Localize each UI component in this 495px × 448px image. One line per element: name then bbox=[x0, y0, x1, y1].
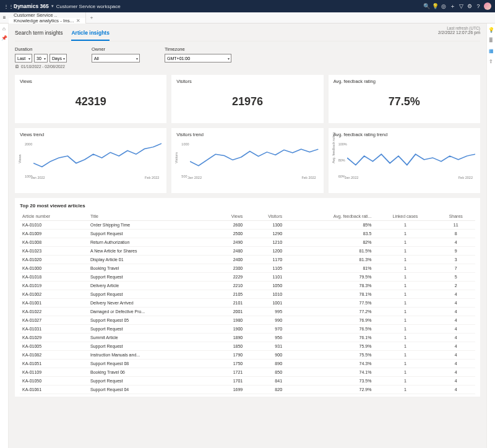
column-header[interactable]: Views bbox=[211, 212, 245, 221]
table-cell: KA-01023 bbox=[20, 247, 88, 256]
table-row[interactable]: KA-01002Support Request2105101078.1%14 bbox=[20, 290, 475, 299]
table-cell: 77.2% bbox=[285, 308, 374, 316]
avatar[interactable] bbox=[484, 2, 491, 10]
settings-icon[interactable]: ⚙ bbox=[465, 3, 474, 9]
table-cell: 1 bbox=[374, 377, 436, 386]
idea-icon[interactable]: 💡 bbox=[488, 27, 494, 33]
table-cell: KA-01018 bbox=[20, 273, 88, 282]
table-row[interactable]: KA-01000Booking Travel2300110581%17 bbox=[20, 264, 475, 273]
table-cell: KA-01109 bbox=[20, 368, 88, 377]
help-icon[interactable]: ? bbox=[474, 3, 483, 9]
chart-yticks: 100%80%60% bbox=[338, 142, 347, 178]
table-cell: 2210 bbox=[211, 282, 245, 290]
chart-ylabel: Views bbox=[18, 154, 22, 163]
calendar-icon: 🗓 bbox=[15, 64, 19, 69]
visitors-trend-chart: Visitors1000500Jan 2022Feb 2022 bbox=[176, 140, 318, 187]
timezone-select[interactable]: GMT+01:00 bbox=[165, 54, 231, 62]
table-row[interactable]: KA-01020Display Article 012400117081.3%1… bbox=[20, 256, 475, 264]
close-icon[interactable]: ✕ bbox=[76, 18, 80, 24]
table-row[interactable]: KA-01008Return Authorization2490121082%1… bbox=[20, 238, 475, 247]
column-header[interactable]: Linked cases bbox=[374, 212, 436, 221]
date-range-text: 01/10/2022 - 02/08/2022 bbox=[21, 64, 65, 69]
table-cell: 1790 bbox=[211, 351, 245, 360]
table-row[interactable]: KA-01050Support Request170184173.5%14 bbox=[20, 377, 475, 386]
table-row[interactable]: KA-01022Damaged or Defective Pro...20019… bbox=[20, 308, 475, 316]
share-icon[interactable]: ⇪ bbox=[489, 59, 493, 64]
list-icon[interactable]: ≣ bbox=[489, 38, 493, 43]
new-tab-button[interactable]: ＋ bbox=[86, 12, 97, 23]
table-cell: 72.9% bbox=[285, 386, 374, 394]
table-row[interactable]: KA-01019Delivery Article2210105078.3%12 bbox=[20, 282, 475, 290]
table-cell: Support Request 05 bbox=[88, 316, 211, 325]
table-cell: KA-01000 bbox=[20, 264, 88, 273]
pin-icon[interactable]: 📌 bbox=[1, 35, 7, 41]
chevron-down-icon[interactable]: ▾ bbox=[51, 4, 54, 9]
add-icon[interactable]: ＋ bbox=[448, 2, 457, 11]
column-header[interactable]: Shares bbox=[437, 212, 476, 221]
chart-ylabel: Avg. feedback rating bbox=[332, 132, 335, 163]
session-tab-1[interactable]: Knowledge analytics - Ins...✕ bbox=[9, 18, 86, 24]
duration-value-select[interactable]: 30 bbox=[34, 54, 48, 62]
table-cell: 74.1% bbox=[285, 368, 374, 377]
search-icon[interactable]: 🔍 bbox=[422, 3, 431, 9]
table-cell: KA-01010 bbox=[20, 221, 88, 230]
table-cell: 956 bbox=[245, 334, 285, 342]
hamburger-icon[interactable]: ≡ bbox=[0, 12, 9, 23]
filter-icon[interactable]: ▽ bbox=[457, 3, 465, 9]
table-row[interactable]: KA-01051Support Request 08175089074.3%14 bbox=[20, 360, 475, 368]
table-row[interactable]: KA-01109Booking Travel 06172185074.1%14 bbox=[20, 368, 475, 377]
table-cell: 77.5% bbox=[285, 299, 374, 308]
session-tab-0[interactable]: Customer Service .. bbox=[9, 12, 86, 18]
tab-article-insights[interactable]: Article insights bbox=[71, 27, 109, 41]
table-cell: 2400 bbox=[211, 256, 245, 264]
home-icon[interactable]: ⌂ bbox=[2, 26, 6, 32]
table-row[interactable]: KA-01031Support Request190097076.5%14 bbox=[20, 325, 475, 334]
owner-select[interactable]: All bbox=[92, 54, 140, 62]
table-cell: 1 bbox=[374, 360, 436, 368]
table-cell: 890 bbox=[245, 360, 285, 368]
views-trend-card: Views trend Views20001000Jan 2022Feb 202… bbox=[15, 128, 166, 193]
bulb-icon[interactable]: 💡 bbox=[431, 3, 439, 9]
grid-icon[interactable]: ▦ bbox=[489, 48, 494, 54]
column-header[interactable]: Avg. feedback rati... bbox=[285, 212, 374, 221]
target-icon[interactable]: ◎ bbox=[439, 3, 448, 9]
timezone-label: Timezone bbox=[165, 46, 231, 52]
duration-unit-select[interactable]: Days bbox=[50, 54, 67, 62]
table-cell: 1890 bbox=[211, 334, 245, 342]
table-row[interactable]: KA-01029Summit Article189095676.1%14 bbox=[20, 334, 475, 342]
table-cell: Delivery Article bbox=[88, 282, 211, 290]
table-cell: 1 bbox=[374, 342, 436, 351]
table-cell: 4 bbox=[437, 351, 476, 360]
table-cell: 1 bbox=[374, 256, 436, 264]
column-header[interactable]: Article number bbox=[20, 212, 88, 221]
table-cell: 83.5 bbox=[285, 230, 374, 238]
tab-search-term-insights[interactable]: Search term insights bbox=[15, 27, 62, 41]
table-row[interactable]: KA-01010Order Shipping Time2600130085%11… bbox=[20, 221, 475, 230]
table-cell: Summit Article bbox=[88, 334, 211, 342]
table-row[interactable]: KA-01005Support Request185093175.9%14 bbox=[20, 342, 475, 351]
duration-mode-select[interactable]: Last bbox=[15, 54, 32, 62]
column-header[interactable]: Title bbox=[88, 212, 211, 221]
table-cell: 1 bbox=[374, 273, 436, 282]
table-cell: 1170 bbox=[245, 256, 285, 264]
column-header[interactable]: Visitors bbox=[245, 212, 285, 221]
table-row[interactable]: KA-01061Support Request 04169982072.9%14 bbox=[20, 386, 475, 394]
table-row[interactable]: KA-01018Support Request2229110179.5%15 bbox=[20, 273, 475, 282]
main-content: Last refresh (UTC) 2/2/2022 12:07:26 pm … bbox=[9, 24, 486, 448]
kpi-views-card: Views 42319 bbox=[15, 75, 166, 123]
table-cell: Support Request bbox=[88, 377, 211, 386]
table-cell: 1 bbox=[374, 334, 436, 342]
table-row[interactable]: KA-01027Support Request 05198099076.9%14 bbox=[20, 316, 475, 325]
table-cell: 2490 bbox=[211, 238, 245, 247]
table-row[interactable]: KA-01009Support Request2500129083.518 bbox=[20, 230, 475, 238]
table-cell: 2480 bbox=[211, 247, 245, 256]
table-row[interactable]: KA-01023A New Article for Shares24801200… bbox=[20, 247, 475, 256]
table-row[interactable]: KA-01001Delivery Never Arrived2101100177… bbox=[20, 299, 475, 308]
app-launcher-icon[interactable]: ⋮⋮⋮ bbox=[4, 4, 10, 9]
table-row[interactable]: KA-01082Instruction Manuals and...179090… bbox=[20, 351, 475, 360]
table-cell: Display Article 01 bbox=[88, 256, 211, 264]
chart-yticks: 1000500 bbox=[181, 142, 189, 178]
chart-plot bbox=[33, 140, 161, 176]
table-cell: 4 bbox=[437, 386, 476, 394]
table-cell: KA-01050 bbox=[20, 377, 88, 386]
